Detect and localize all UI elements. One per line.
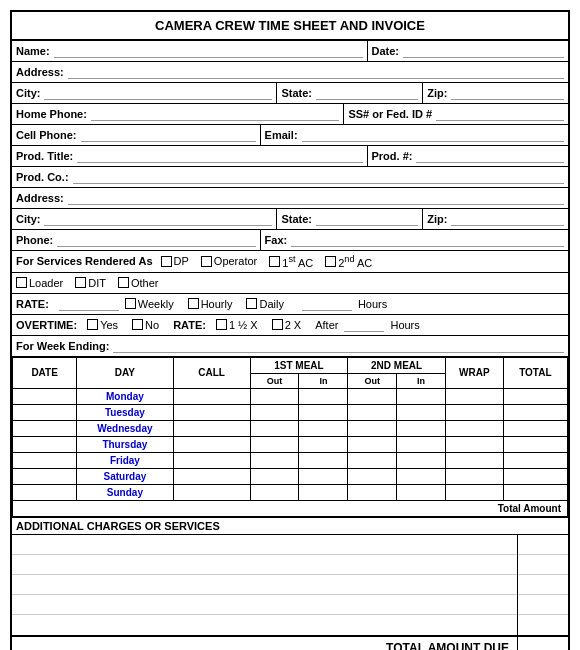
ss-label: SS# or Fed. ID # — [348, 108, 432, 120]
rate-label: RATE: — [16, 298, 49, 310]
address2-row: Address: — [12, 188, 568, 209]
zip-value — [451, 86, 564, 100]
other-checkbox[interactable] — [118, 277, 129, 288]
overtime-field: OVERTIME: Yes No RATE: 1 ½ X 2 X After H… — [12, 315, 568, 335]
total-amount-label: Total Amount — [13, 500, 568, 516]
additional-label: ADDITIONAL CHARGES OR SERVICES — [12, 518, 568, 535]
daily-label: Daily — [259, 298, 283, 310]
form-title: CAMERA CREW TIME SHEET AND INVOICE — [12, 12, 568, 41]
zip2-field: Zip: — [423, 209, 568, 229]
additional-right — [518, 535, 568, 635]
cell-total-6 — [503, 484, 567, 500]
no-checkbox-item: No — [132, 319, 159, 331]
week-ending-value — [113, 339, 564, 353]
ss-value — [436, 107, 564, 121]
cell-date-2 — [13, 420, 77, 436]
add-line-4 — [12, 595, 517, 615]
meal1-out: Out — [250, 373, 299, 388]
weekly-checkbox[interactable] — [125, 298, 136, 309]
dit-checkbox[interactable] — [75, 277, 86, 288]
col-wrap: WRAP — [445, 357, 503, 388]
weekly-checkbox-item: Weekly — [125, 298, 174, 310]
cell-date-4 — [13, 452, 77, 468]
fax-field: Fax: — [261, 230, 568, 250]
phone-value — [57, 233, 255, 247]
prod-co-field: Prod. Co.: — [12, 167, 568, 187]
hourly-checkbox[interactable] — [188, 298, 199, 309]
halfx-label: 1 ½ X — [229, 319, 258, 331]
halfx-checkbox[interactable] — [216, 319, 227, 330]
operator-label: Operator — [214, 255, 257, 267]
address2-value — [68, 191, 564, 205]
no-checkbox[interactable] — [132, 319, 143, 330]
after-hours-value — [344, 318, 384, 332]
city-state-zip-row: City: State: Zip: — [12, 83, 568, 104]
additional-left — [12, 535, 518, 635]
prod-no-field: Prod. #: — [368, 146, 569, 166]
date-label: Date: — [372, 45, 400, 57]
cell-m2in-3 — [397, 436, 446, 452]
cell-m1in-4 — [299, 452, 348, 468]
cell-call-6 — [173, 484, 250, 500]
hours2-label: Hours — [390, 319, 419, 331]
cell-wrap-5 — [445, 468, 503, 484]
cell-day-2: Wednesday — [77, 420, 173, 436]
cell-total-1 — [503, 404, 567, 420]
table-header-row1: DATE DAY CALL 1ST MEAL 2ND MEAL WRAP TOT… — [13, 357, 568, 373]
hours-label: Hours — [358, 298, 387, 310]
phone-fax-row: Phone: Fax: — [12, 230, 568, 251]
table-row: Saturday — [13, 468, 568, 484]
additional-section: ADDITIONAL CHARGES OR SERVICES — [12, 517, 568, 635]
first-ac-label: 1st AC — [282, 254, 313, 269]
cell-day-3: Thursday — [77, 436, 173, 452]
cell-wrap-2 — [445, 420, 503, 436]
cell-m1out-6 — [250, 484, 299, 500]
cell-day-0: Monday — [77, 388, 173, 404]
dit-label: DIT — [88, 277, 106, 289]
loader-checkbox[interactable] — [16, 277, 27, 288]
cell-wrap-0 — [445, 388, 503, 404]
cell-day-1: Tuesday — [77, 404, 173, 420]
table-row: Wednesday — [13, 420, 568, 436]
cell-m2in-2 — [397, 420, 446, 436]
table-row: Tuesday — [13, 404, 568, 420]
rate2-label: RATE: — [173, 319, 206, 331]
halfx-checkbox-item: 1 ½ X — [216, 319, 258, 331]
twox-checkbox[interactable] — [272, 319, 283, 330]
table-row: Thursday — [13, 436, 568, 452]
state-field: State: — [277, 83, 423, 103]
cell-call-4 — [173, 452, 250, 468]
city-label: City: — [16, 87, 40, 99]
city-value — [44, 86, 272, 100]
table-row: Monday — [13, 388, 568, 404]
cell-total-2 — [503, 420, 567, 436]
cell-date-1 — [13, 404, 77, 420]
state2-value — [316, 212, 418, 226]
cell-m1out-4 — [250, 452, 299, 468]
services-field: For Services Rendered As DP Operator 1st… — [12, 251, 568, 272]
city2-value — [44, 212, 272, 226]
first-ac-checkbox[interactable] — [269, 256, 280, 267]
name-date-row: Name: Date: — [12, 41, 568, 62]
zip-label: Zip: — [427, 87, 447, 99]
yes-checkbox[interactable] — [87, 319, 98, 330]
prod-title-field: Prod. Title: — [12, 146, 368, 166]
cell-date-3 — [13, 436, 77, 452]
loader-checkbox-item: Loader — [16, 277, 63, 289]
total-due-value — [518, 637, 568, 650]
services-row: For Services Rendered As DP Operator 1st… — [12, 251, 568, 273]
daily-checkbox[interactable] — [246, 298, 257, 309]
cell-total-3 — [503, 436, 567, 452]
other-checkbox-item: Other — [118, 277, 159, 289]
cell-total-4 — [503, 452, 567, 468]
add-line-5 — [12, 615, 517, 635]
dp-checkbox[interactable] — [161, 256, 172, 267]
second-ac-checkbox[interactable] — [325, 256, 336, 267]
overtime-label: OVERTIME: — [16, 319, 77, 331]
hourly-checkbox-item: Hourly — [188, 298, 233, 310]
add-line-3 — [12, 575, 517, 595]
operator-checkbox[interactable] — [201, 256, 212, 267]
date-value — [403, 44, 564, 58]
yes-label: Yes — [100, 319, 118, 331]
cell-call-5 — [173, 468, 250, 484]
